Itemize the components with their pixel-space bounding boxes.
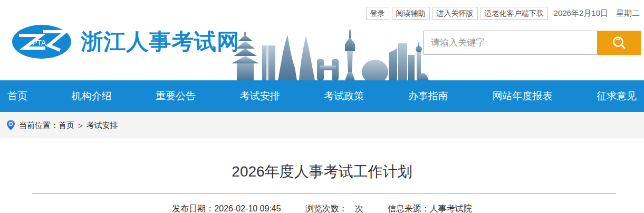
elderly-client-download-button[interactable]: 适老化客户端下载 [480, 7, 548, 20]
nav-item-annual-report[interactable]: 网站年度报表 [492, 89, 552, 103]
search-button[interactable] [597, 31, 641, 55]
title-divider [32, 193, 616, 193]
publish-date-value: 2026-02-10 09:45 [214, 204, 281, 213]
info-source-value: 人事考试院 [430, 204, 472, 213]
site-name: 浙江人事考试网 [81, 27, 239, 57]
info-source-label: 信息来源： [388, 204, 430, 213]
info-source: 信息来源：人事考试院 [388, 203, 472, 213]
breadcrumb: 当前位置： 首页 > 考试安排 [0, 112, 644, 138]
nav-item-about[interactable]: 机构介绍 [72, 89, 112, 103]
nav-item-service-guide[interactable]: 办事指南 [408, 89, 448, 103]
view-count-value: 次 [355, 204, 363, 213]
site-logo-area[interactable]: PTA 浙江人事考试网 [12, 24, 239, 59]
city-skyline-graphic [229, 30, 429, 80]
breadcrumb-separator: > [78, 121, 83, 130]
breadcrumb-home-link[interactable]: 首页 [59, 121, 74, 131]
login-button[interactable]: 登录 [366, 7, 389, 20]
view-count: 浏览次数：次 [305, 203, 363, 213]
publish-date-label: 发布日期： [172, 204, 214, 213]
search-input[interactable] [424, 31, 597, 55]
utility-bar: 登录 阅读辅助 进入关怀版 适老化客户端下载 2026年2月10日 星期二 [366, 7, 640, 20]
breadcrumb-label: 当前位置： [19, 121, 59, 131]
nav-item-exam-policy[interactable]: 考试政策 [324, 89, 364, 103]
current-date: 2026年2月10日 [554, 8, 608, 18]
reading-aid-button[interactable]: 阅读辅助 [392, 7, 430, 20]
page-header: 登录 阅读辅助 进入关怀版 适老化客户端下载 2026年2月10日 星期二 PT… [0, 0, 644, 80]
current-weekday: 星期二 [616, 8, 640, 18]
main-nav: 首页 机构介绍 重要公告 考试安排 考试政策 办事指南 网站年度报表 征求意见 [0, 80, 644, 112]
zjpta-logo-icon: PTA [12, 24, 72, 59]
view-count-label: 浏览次数： [305, 204, 348, 213]
search-icon [611, 35, 627, 51]
nav-item-exam-schedule[interactable]: 考试安排 [240, 89, 280, 103]
publish-date: 发布日期：2026-02-10 09:45 [172, 203, 281, 213]
nav-item-home[interactable]: 首页 [7, 89, 27, 103]
article-meta: 发布日期：2026-02-10 09:45 浏览次数：次 信息来源：人事考试院 [0, 203, 644, 213]
svg-text:PTA: PTA [32, 39, 46, 47]
breadcrumb-current-link[interactable]: 考试安排 [86, 121, 118, 131]
search-bar [424, 31, 641, 55]
article-title: 2026年度人事考试工作计划 [0, 162, 644, 182]
article-area: 2026年度人事考试工作计划 发布日期：2026-02-10 09:45 浏览次… [0, 162, 644, 213]
nav-item-announcements[interactable]: 重要公告 [156, 89, 196, 103]
location-pin-icon [6, 120, 15, 131]
care-version-button[interactable]: 进入关怀版 [432, 7, 478, 20]
nav-item-feedback[interactable]: 征求意见 [597, 89, 637, 103]
